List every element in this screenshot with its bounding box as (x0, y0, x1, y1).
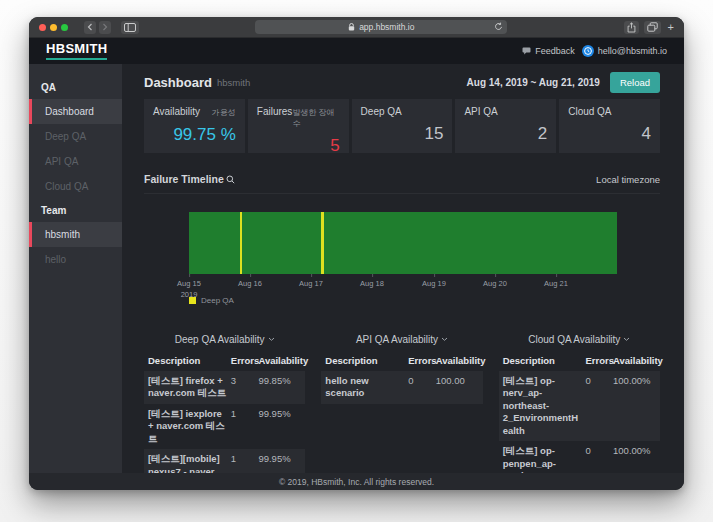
address-bar[interactable]: app.hbsmith.io (255, 20, 507, 34)
sidebar-item-cloud-qa[interactable]: Cloud QA (29, 174, 122, 199)
table-row: [테스트] iexplore + naver.com 테스트 1 99.95% (144, 404, 305, 450)
chart-legend: Deep QA (189, 296, 234, 305)
stat-label: Deep QA (361, 106, 402, 117)
stat-sublabel: 발생한 장애 수 (292, 107, 339, 129)
sidebar-item-api-qa[interactable]: API QA (29, 149, 122, 174)
stat-card-cloud-qa: Cloud QA 4 (559, 99, 660, 153)
tab-overview-button[interactable] (644, 21, 661, 34)
new-tab-button[interactable]: + (666, 22, 676, 33)
copyright-text: © 2019, HBsmith, Inc. All rights reserve… (279, 477, 434, 487)
url-text: app.hbsmith.io (359, 22, 414, 32)
hbsmith-logo: HBSMITH (46, 42, 107, 59)
x-tick: Aug 21 (544, 279, 568, 290)
sidebar-item-dashboard[interactable]: Dashboard (29, 99, 122, 124)
stat-value: 4 (568, 124, 651, 144)
api-qa-table-dropdown[interactable]: API QA Availability (321, 334, 482, 345)
x-axis: Aug 152019 Aug 16 Aug 17 Aug 18 Aug 19 A… (189, 274, 617, 298)
main-content: Dashboard hbsmith Aug 14, 2019 ~ Aug 21,… (122, 64, 684, 473)
share-button[interactable] (624, 21, 639, 34)
date-range[interactable]: Aug 14, 2019 ~ Aug 21, 2019 (467, 77, 600, 88)
sidebar-item-deep-qa[interactable]: Deep QA (29, 124, 122, 149)
sidebar-panel-icon (124, 23, 136, 32)
failure-timeline-chart: Aug 152019 Aug 16 Aug 17 Aug 18 Aug 19 A… (144, 212, 660, 308)
deep-qa-table-dropdown[interactable]: Deep QA Availability (144, 334, 305, 345)
stat-label: Failures (257, 106, 293, 117)
sidebar-toggle-button[interactable] (121, 21, 139, 34)
avatar-icon (582, 45, 594, 57)
forward-button[interactable] (99, 21, 111, 34)
magnifier-icon[interactable] (226, 175, 235, 184)
back-button[interactable] (84, 21, 96, 34)
table-row: [테스트][mobile] nexus7 - naver 1 99.95% (144, 449, 305, 473)
account-menu[interactable]: hello@hbsmith.io (582, 45, 667, 57)
cloud-qa-table: Cloud QA Availability Description Errors… (499, 334, 660, 473)
failure-marker (240, 212, 242, 274)
stat-label: API QA (464, 106, 497, 117)
back-chevron-icon (87, 23, 93, 31)
lock-icon (348, 23, 355, 31)
table-row: [테스트] op-penpen_ap-northeast-2_Environme… (499, 441, 660, 473)
feedback-label: Feedback (535, 46, 575, 56)
table-header: Description Errors Availability (144, 352, 305, 371)
speech-bubble-icon (522, 47, 531, 56)
app-body: QA Dashboard Deep QA API QA Cloud QA Tea… (29, 64, 684, 473)
uptime-bar (189, 212, 617, 274)
stat-label: Cloud QA (568, 106, 611, 117)
refresh-icon (494, 22, 503, 31)
x-tick: Aug 20 (483, 279, 507, 290)
share-icon (627, 22, 636, 33)
chevron-down-icon (441, 337, 448, 342)
close-window-button[interactable] (39, 24, 46, 31)
stat-cards: Availability 가용성 99.75 % Failures 발생한 장애… (144, 99, 660, 153)
stat-value: 2 (464, 124, 547, 144)
x-tick: Aug 19 (422, 279, 446, 290)
cloud-qa-table-dropdown[interactable]: Cloud QA Availability (499, 334, 660, 345)
zoom-window-button[interactable] (61, 24, 68, 31)
sidebar: QA Dashboard Deep QA API QA Cloud QA Tea… (29, 64, 122, 473)
x-tick: Aug 16 (238, 279, 262, 290)
reload-button[interactable]: Reload (610, 72, 660, 93)
dashboard-title-row: Dashboard hbsmith Aug 14, 2019 ~ Aug 21,… (144, 71, 660, 93)
stat-value: 15 (361, 124, 444, 144)
browser-chrome: app.hbsmith.io + (29, 17, 684, 38)
window-controls (39, 24, 68, 31)
minimize-window-button[interactable] (50, 24, 57, 31)
stat-card-failures: Failures 발생한 장애 수 5 (248, 99, 349, 153)
table-row: [테스트] firefox + naver.com 테스트 3 99.85% (144, 371, 305, 404)
feedback-link[interactable]: Feedback (522, 46, 575, 56)
app-header: HBSMITH Feedback hello@hbsmith.io (29, 38, 684, 64)
chevron-down-icon (268, 337, 275, 342)
stat-card-deep-qa: Deep QA 15 (352, 99, 453, 153)
timeline-title: Failure Timeline (144, 173, 235, 185)
legend-swatch (189, 297, 196, 304)
page-subtitle: hbsmith (217, 77, 250, 88)
account-email: hello@hbsmith.io (598, 46, 667, 56)
availability-tables: Deep QA Availability Description Errors … (144, 334, 660, 473)
stat-label: Availability (153, 106, 200, 117)
stat-value: 99.75 % (153, 125, 236, 145)
failure-marker (321, 212, 324, 274)
deep-qa-table: Deep QA Availability Description Errors … (144, 334, 305, 473)
stat-sublabel: 가용성 (212, 107, 236, 118)
x-tick: Aug 18 (360, 279, 384, 290)
forward-chevron-icon (102, 23, 108, 31)
timezone-label: Local timezone (596, 174, 660, 185)
app-footer: © 2019, HBsmith, Inc. All rights reserve… (29, 473, 684, 490)
page-title: Dashboard (144, 75, 212, 90)
sidebar-item-hbsmith[interactable]: hbsmith (29, 222, 122, 247)
browser-window: app.hbsmith.io + HBSMITH (29, 17, 684, 490)
stat-card-availability: Availability 가용성 99.75 % (144, 99, 245, 153)
api-qa-table: API QA Availability Description Errors A… (321, 334, 482, 473)
legend-label: Deep QA (201, 296, 234, 305)
sidebar-section-team: Team (29, 199, 122, 222)
sidebar-section-qa: QA (29, 76, 122, 99)
sidebar-item-hello[interactable]: hello (29, 247, 122, 272)
stat-value: 5 (257, 136, 340, 156)
table-header: Description Errors Availability (499, 352, 660, 371)
page-reload-button[interactable] (494, 22, 503, 33)
table-row: hello new scenario 0 100.00 (321, 371, 482, 404)
desktop-background: app.hbsmith.io + HBSMITH (0, 0, 713, 522)
stat-card-api-qa: API QA 2 (455, 99, 556, 153)
timeline-header: Failure Timeline Local timezone (144, 173, 660, 194)
table-header: Description Errors Availability (321, 352, 482, 371)
